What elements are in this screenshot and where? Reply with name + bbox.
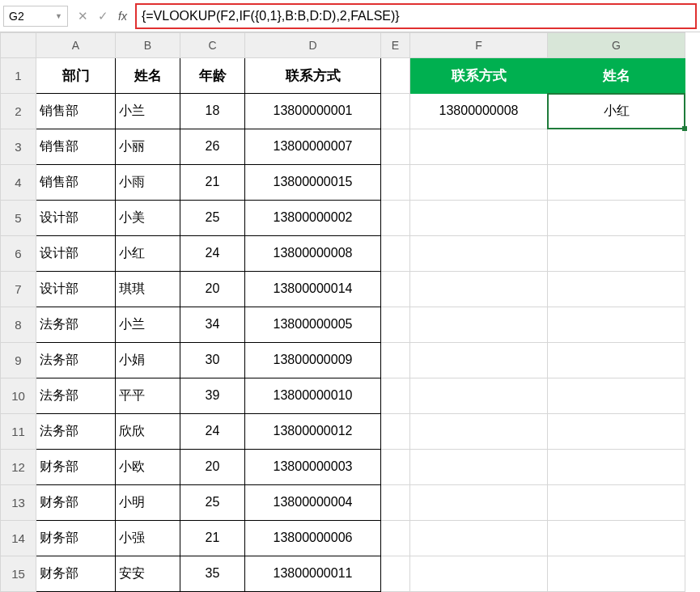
cell[interactable]: 13800000009 (245, 342, 381, 378)
row-head-9[interactable]: 9 (1, 342, 36, 378)
col-head-A[interactable]: A (36, 33, 116, 58)
dropdown-icon[interactable]: ▼ (55, 12, 62, 20)
cell[interactable]: 联系方式 (245, 57, 381, 93)
row-head-3[interactable]: 3 (1, 129, 36, 164)
cell[interactable] (381, 556, 410, 591)
cell[interactable]: 13800000005 (245, 307, 381, 342)
cell[interactable]: 设计部 (36, 200, 116, 235)
row-head-13[interactable]: 13 (1, 484, 36, 520)
cell[interactable]: 13800000012 (245, 413, 381, 449)
cancel-icon[interactable]: ✕ (78, 9, 88, 23)
row-head-6[interactable]: 6 (1, 235, 36, 271)
cell[interactable] (410, 307, 548, 342)
cell[interactable] (548, 520, 685, 556)
cell[interactable]: 财务部 (36, 449, 116, 484)
cell[interactable] (548, 342, 685, 378)
cell[interactable]: 欣欣 (116, 413, 180, 449)
cell[interactable] (410, 413, 548, 449)
cell[interactable] (381, 520, 410, 556)
row-head-4[interactable]: 4 (1, 164, 36, 200)
cell[interactable] (381, 271, 410, 307)
cell[interactable] (548, 484, 685, 520)
cell[interactable] (410, 271, 548, 307)
cell[interactable]: 小红 (116, 235, 180, 271)
cell[interactable]: 安安 (116, 556, 180, 591)
row-head-5[interactable]: 5 (1, 200, 36, 235)
col-head-G[interactable]: G (548, 33, 685, 58)
fx-icon[interactable]: fx (118, 10, 127, 23)
cell[interactable]: 24 (180, 235, 245, 271)
cell[interactable]: 20 (180, 271, 245, 307)
cell[interactable]: 设计部 (36, 271, 116, 307)
row-head-1[interactable]: 1 (1, 57, 36, 93)
cell[interactable] (548, 413, 685, 449)
cell[interactable] (548, 556, 685, 591)
cell[interactable] (410, 200, 548, 235)
cell[interactable]: 法务部 (36, 307, 116, 342)
cell[interactable] (548, 449, 685, 484)
cell[interactable]: 13800000014 (245, 271, 381, 307)
formula-input[interactable]: {=VLOOKUP(F2,IF({0,1},B:B,D:D),2,FALSE)} (135, 3, 697, 29)
cell[interactable]: 法务部 (36, 413, 116, 449)
cell[interactable] (381, 378, 410, 413)
cell[interactable]: 小欧 (116, 449, 180, 484)
cell[interactable] (410, 378, 548, 413)
cell[interactable]: 姓名 (116, 57, 180, 93)
cell[interactable] (381, 235, 410, 271)
row-head-14[interactable]: 14 (1, 520, 36, 556)
row-head-2[interactable]: 2 (1, 93, 36, 129)
cell[interactable]: 财务部 (36, 520, 116, 556)
col-head-E[interactable]: E (381, 33, 410, 58)
selected-cell[interactable]: 小红 (548, 93, 685, 129)
cell[interactable] (548, 129, 685, 164)
cell[interactable]: 34 (180, 307, 245, 342)
cell[interactable] (410, 520, 548, 556)
cell[interactable] (548, 378, 685, 413)
cell[interactable]: 财务部 (36, 484, 116, 520)
cell[interactable]: 姓名 (548, 57, 685, 93)
cell[interactable] (381, 93, 410, 129)
cell[interactable] (410, 164, 548, 200)
cell[interactable] (410, 235, 548, 271)
cell[interactable]: 25 (180, 200, 245, 235)
row-head-8[interactable]: 8 (1, 307, 36, 342)
cell[interactable] (381, 164, 410, 200)
col-head-C[interactable]: C (180, 33, 245, 58)
cell[interactable] (410, 449, 548, 484)
cell[interactable]: 13800000006 (245, 520, 381, 556)
cell[interactable]: 13800000015 (245, 164, 381, 200)
cell[interactable]: 小明 (116, 484, 180, 520)
cell[interactable]: 财务部 (36, 556, 116, 591)
cell[interactable]: 法务部 (36, 378, 116, 413)
cell[interactable]: 销售部 (36, 93, 116, 129)
cell[interactable]: 销售部 (36, 129, 116, 164)
cell[interactable] (381, 484, 410, 520)
worksheet-grid[interactable]: A B C D E F G 1 部门 姓名 年龄 联系方式 联系方式 姓名 2 … (0, 32, 700, 592)
cell[interactable] (410, 556, 548, 591)
cell[interactable] (410, 484, 548, 520)
name-box[interactable]: G2 ▼ (3, 6, 68, 27)
enter-icon[interactable]: ✓ (98, 9, 108, 23)
cell[interactable] (410, 342, 548, 378)
cell[interactable]: 小雨 (116, 164, 180, 200)
cell[interactable] (381, 129, 410, 164)
row-head-15[interactable]: 15 (1, 556, 36, 591)
cell[interactable]: 小兰 (116, 307, 180, 342)
cell[interactable]: 13800000011 (245, 556, 381, 591)
cell[interactable] (548, 235, 685, 271)
row-head-12[interactable]: 12 (1, 449, 36, 484)
cell[interactable]: 小兰 (116, 93, 180, 129)
cell[interactable]: 18 (180, 93, 245, 129)
row-head-7[interactable]: 7 (1, 271, 36, 307)
col-head-B[interactable]: B (116, 33, 180, 58)
cell[interactable] (381, 57, 410, 93)
row-head-11[interactable]: 11 (1, 413, 36, 449)
cell[interactable] (410, 129, 548, 164)
cell[interactable] (381, 342, 410, 378)
cell[interactable]: 琪琪 (116, 271, 180, 307)
cell[interactable] (548, 307, 685, 342)
fill-handle[interactable] (682, 126, 687, 131)
cell[interactable] (548, 271, 685, 307)
cell[interactable]: 13800000008 (410, 93, 548, 129)
cell[interactable] (548, 164, 685, 200)
